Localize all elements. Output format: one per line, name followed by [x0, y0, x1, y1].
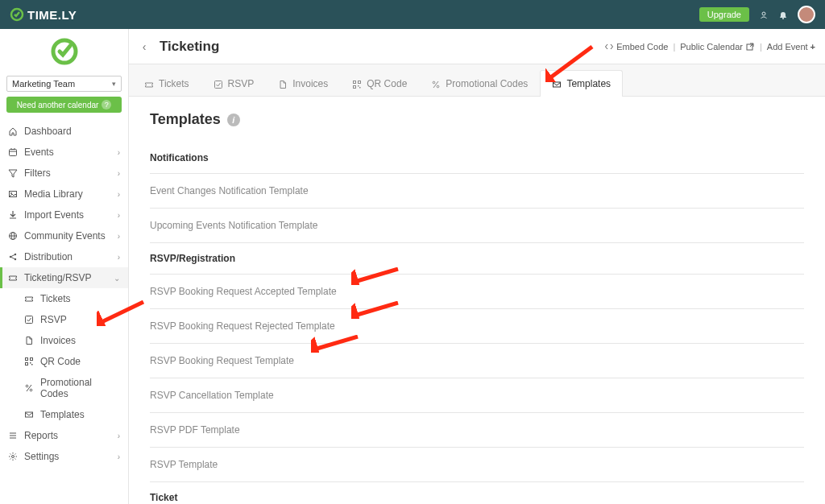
sidebar-item-label: Events	[24, 147, 54, 158]
template-row[interactable]: RSVP Booking Request Template	[150, 344, 804, 378]
group-header: Notifications	[150, 143, 804, 174]
template-row[interactable]: RSVP Template	[150, 448, 804, 482]
sidebar-subitem-promotional-codes[interactable]: Promotional Codes	[0, 372, 128, 404]
info-icon[interactable]: i	[227, 114, 240, 126]
qr-icon	[24, 357, 34, 366]
chevron-icon: ›	[118, 232, 120, 241]
mail-icon	[552, 78, 562, 89]
sidebar-item-distribution[interactable]: Distribution›	[0, 246, 128, 267]
template-row[interactable]: RSVP PDF Template	[150, 413, 804, 448]
template-groups: NotificationsEvent Changes Notification …	[150, 143, 804, 504]
tabstrip: TicketsRSVPInvoicesQR CodePromotional Co…	[129, 64, 825, 97]
sidebar-item-label: Distribution	[24, 251, 73, 262]
embed-code-link[interactable]: Embed Code	[604, 42, 668, 52]
group-header: RSVP/Registration	[150, 243, 804, 275]
chevron-icon: ›	[118, 148, 120, 157]
brand[interactable]: TIME.LY	[10, 7, 77, 22]
sidebar-subitem-invoices[interactable]: Invoices	[0, 330, 128, 351]
help-badge-icon: ?	[102, 100, 111, 109]
template-row[interactable]: Upcoming Events Notification Template	[150, 209, 804, 243]
page-title: Ticketing	[160, 39, 219, 55]
sidebar-subitem-label: RSVP	[40, 314, 67, 325]
add-event-link[interactable]: Add Event +	[767, 42, 815, 52]
sidebar-item-events[interactable]: Events›	[0, 142, 128, 163]
main: ‹ Ticketing Embed Code | Public Calendar…	[129, 29, 825, 504]
tab-promotional-codes[interactable]: Promotional Codes	[419, 70, 540, 97]
sidebar-subitem-templates[interactable]: Templates	[0, 404, 128, 425]
add-event-label: Add Event	[767, 42, 808, 52]
tab-label: QR Code	[367, 78, 407, 89]
template-row[interactable]: RSVP Booking Request Rejected Template	[150, 309, 804, 344]
upgrade-button[interactable]: Upgrade	[699, 7, 749, 22]
tab-label: Templates	[566, 78, 611, 89]
brand-logo-icon	[10, 7, 24, 22]
gear-icon	[8, 452, 18, 461]
sidebar-item-filters[interactable]: Filters›	[0, 163, 128, 184]
tab-invoices[interactable]: Invoices	[266, 70, 340, 97]
sidebar-item-import-events[interactable]: Import Events›	[0, 204, 128, 225]
chevron-icon: ›	[118, 432, 120, 440]
page-header: ‹ Ticketing Embed Code | Public Calendar…	[129, 29, 825, 64]
tab-tickets[interactable]: Tickets	[132, 70, 201, 97]
section-title-text: Templates	[150, 111, 221, 128]
chevron-icon: ›	[118, 253, 120, 262]
tab-rsvp[interactable]: RSVP	[201, 70, 267, 97]
page-actions: Embed Code | Public Calendar | Add Event…	[604, 42, 815, 52]
chevron-down-icon: ▾	[112, 80, 116, 88]
template-row[interactable]: RSVP Booking Request Accepted Template	[150, 275, 804, 309]
share-icon	[8, 252, 18, 262]
ticket-icon	[8, 273, 18, 283]
sidebar-subitem-label: QR Code	[40, 356, 81, 367]
percent-icon	[24, 383, 34, 393]
sidebar-subitem-label: Templates	[40, 409, 85, 420]
section-title: Templates i	[150, 111, 804, 128]
doc-icon	[278, 78, 288, 89]
sidebar-subitem-label: Promotional Codes	[40, 377, 120, 399]
percent-icon	[431, 78, 441, 89]
avatar[interactable]	[798, 6, 815, 23]
template-row[interactable]: Event Changes Notification Template	[150, 174, 804, 209]
download-icon	[8, 210, 18, 220]
sidebar-item-label: Import Events	[24, 209, 84, 221]
bell-icon[interactable]	[778, 8, 788, 21]
chevron-icon: ›	[118, 190, 120, 199]
team-selector[interactable]: Marketing Team ▾	[6, 76, 122, 92]
sidebar-item-settings[interactable]: Settings›	[0, 446, 128, 467]
home-icon	[8, 126, 18, 136]
back-button[interactable]: ‹	[139, 40, 150, 53]
sidebar-subitem-label: Tickets	[40, 293, 71, 304]
help-icon[interactable]	[759, 8, 769, 21]
ticket-icon	[144, 78, 154, 89]
sidebar-subitem-qr-code[interactable]: QR Code	[0, 351, 128, 372]
ticket-icon	[24, 294, 34, 304]
chevron-icon: ›	[118, 169, 120, 178]
sidebar-item-community-events[interactable]: Community Events›	[0, 225, 128, 246]
qr-icon	[352, 78, 362, 89]
team-selector-label: Marketing Team	[12, 79, 75, 89]
list-icon	[8, 431, 18, 440]
sidebar-item-dashboard[interactable]: Dashboard	[0, 121, 128, 142]
sidebar-logo	[0, 29, 128, 72]
brand-text: TIME.LY	[27, 8, 77, 22]
code-icon	[604, 42, 614, 52]
sidebar-item-label: Dashboard	[24, 126, 72, 137]
check-icon	[214, 78, 223, 89]
tab-templates[interactable]: Templates	[540, 70, 623, 97]
sidebar-item-label: Ticketing/RSVP	[24, 272, 92, 283]
tab-qr-code[interactable]: QR Code	[340, 70, 419, 97]
doc-icon	[24, 336, 34, 345]
separator: |	[673, 42, 675, 52]
sidebar-item-label: Media Library	[24, 188, 83, 200]
sidebar-item-media-library[interactable]: Media Library›	[0, 184, 128, 204]
sidebar-item-ticketing-rsvp[interactable]: Ticketing/RSVP⌄	[0, 267, 128, 288]
topbar-right: Upgrade	[699, 6, 815, 23]
chevron-icon: ›	[118, 211, 120, 220]
sidebar-subitem-rsvp[interactable]: RSVP	[0, 309, 128, 330]
sidebar-item-label: Reports	[24, 430, 58, 441]
sidebar-item-reports[interactable]: Reports›	[0, 425, 128, 446]
need-calendar-label: Need another calendar	[17, 101, 99, 109]
public-calendar-link[interactable]: Public Calendar	[680, 42, 755, 52]
sidebar-subitem-tickets[interactable]: Tickets	[0, 288, 128, 309]
template-row[interactable]: RSVP Cancellation Template	[150, 378, 804, 413]
need-calendar-button[interactable]: Need another calendar ?	[6, 97, 122, 113]
